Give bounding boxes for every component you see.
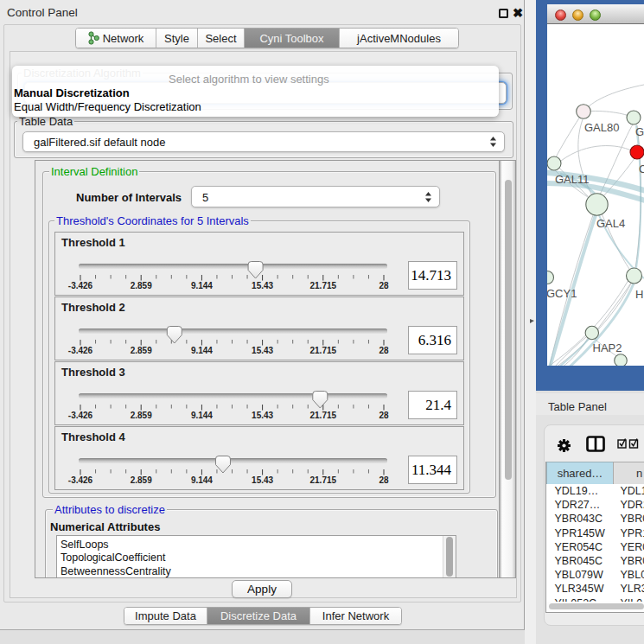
svg-text:H: H xyxy=(635,288,643,301)
svg-text:HAP2: HAP2 xyxy=(593,341,622,354)
svg-text:GA: GA xyxy=(635,125,644,138)
svg-text:GAL11: GAL11 xyxy=(555,173,590,186)
svg-text:GAL4: GAL4 xyxy=(596,217,625,230)
svg-text:GCY1: GCY1 xyxy=(547,287,577,300)
svg-text:C: C xyxy=(639,163,644,175)
svg-text:GAL80: GAL80 xyxy=(584,121,619,134)
